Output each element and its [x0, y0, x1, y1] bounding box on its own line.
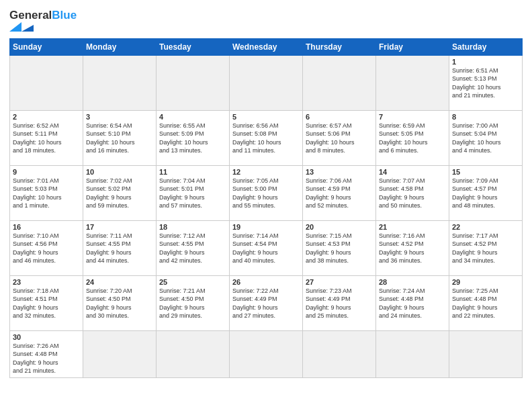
- day-number: 13: [306, 168, 373, 176]
- logo-icon: [9, 22, 35, 32]
- col-header-monday: Monday: [83, 38, 157, 55]
- cell-info: Sunrise: 7:12 AM Sunset: 4:55 PM Dayligh…: [159, 232, 226, 265]
- cell-info: Sunrise: 7:15 AM Sunset: 4:53 PM Dayligh…: [306, 232, 373, 265]
- day-number: 6: [306, 113, 373, 121]
- calendar-row-4: 23Sunrise: 7:18 AM Sunset: 4:51 PM Dayli…: [10, 275, 523, 330]
- calendar-row-0: 1Sunrise: 6:51 AM Sunset: 5:13 PM Daylig…: [10, 55, 523, 110]
- page: GeneralBlue SundayMondayTuesdayWednesday…: [0, 0, 532, 411]
- day-number: 30: [13, 333, 80, 341]
- calendar-cell-3-6: 22Sunrise: 7:17 AM Sunset: 4:52 PM Dayli…: [449, 220, 523, 275]
- cell-info: Sunrise: 6:59 AM Sunset: 5:05 PM Dayligh…: [379, 122, 446, 155]
- calendar-cell-3-1: 17Sunrise: 7:11 AM Sunset: 4:55 PM Dayli…: [83, 220, 157, 275]
- col-header-friday: Friday: [376, 38, 449, 55]
- cell-info: Sunrise: 7:24 AM Sunset: 4:48 PM Dayligh…: [379, 287, 446, 320]
- day-number: 28: [379, 278, 446, 286]
- day-number: 14: [379, 168, 446, 176]
- day-number: 25: [159, 278, 226, 286]
- day-number: 17: [86, 223, 153, 231]
- col-header-saturday: Saturday: [449, 38, 523, 55]
- day-number: 23: [13, 278, 80, 286]
- day-number: 19: [232, 223, 300, 231]
- calendar-cell-1-2: 4Sunrise: 6:55 AM Sunset: 5:09 PM Daylig…: [157, 110, 230, 165]
- calendar-cell-4-2: 25Sunrise: 7:21 AM Sunset: 4:50 PM Dayli…: [157, 275, 230, 330]
- day-number: 16: [13, 223, 80, 231]
- calendar-cell-2-4: 13Sunrise: 7:06 AM Sunset: 4:59 PM Dayli…: [303, 165, 376, 220]
- calendar-cell-0-6: 1Sunrise: 6:51 AM Sunset: 5:13 PM Daylig…: [449, 55, 523, 110]
- calendar-cell-3-5: 21Sunrise: 7:16 AM Sunset: 4:52 PM Dayli…: [376, 220, 449, 275]
- calendar-cell-1-0: 2Sunrise: 6:52 AM Sunset: 5:11 PM Daylig…: [10, 110, 83, 165]
- day-number: 29: [452, 278, 519, 286]
- cell-info: Sunrise: 7:01 AM Sunset: 5:03 PM Dayligh…: [13, 177, 80, 210]
- calendar-cell-3-3: 19Sunrise: 7:14 AM Sunset: 4:54 PM Dayli…: [230, 220, 303, 275]
- cell-info: Sunrise: 7:17 AM Sunset: 4:52 PM Dayligh…: [452, 232, 519, 265]
- calendar-cell-5-2: [157, 330, 230, 377]
- day-number: 8: [452, 113, 519, 121]
- day-number: 22: [452, 223, 519, 231]
- logo: GeneralBlue: [9, 9, 77, 34]
- calendar-cell-0-3: [230, 55, 303, 110]
- calendar-cell-2-5: 14Sunrise: 7:07 AM Sunset: 4:58 PM Dayli…: [376, 165, 449, 220]
- cell-info: Sunrise: 7:25 AM Sunset: 4:48 PM Dayligh…: [452, 287, 519, 320]
- calendar-cell-5-5: [376, 330, 449, 377]
- calendar-cell-0-0: [10, 55, 83, 110]
- day-number: 1: [452, 58, 519, 66]
- calendar-cell-1-1: 3Sunrise: 6:54 AM Sunset: 5:10 PM Daylig…: [83, 110, 157, 165]
- cell-info: Sunrise: 7:05 AM Sunset: 5:00 PM Dayligh…: [232, 177, 300, 210]
- calendar-cell-4-6: 29Sunrise: 7:25 AM Sunset: 4:48 PM Dayli…: [449, 275, 523, 330]
- col-header-thursday: Thursday: [303, 38, 376, 55]
- calendar-cell-3-0: 16Sunrise: 7:10 AM Sunset: 4:56 PM Dayli…: [10, 220, 83, 275]
- day-number: 7: [379, 113, 446, 121]
- cell-info: Sunrise: 6:55 AM Sunset: 5:09 PM Dayligh…: [159, 122, 226, 155]
- day-number: 2: [13, 113, 80, 121]
- calendar-header-row: SundayMondayTuesdayWednesdayThursdayFrid…: [10, 38, 523, 55]
- calendar-cell-2-2: 11Sunrise: 7:04 AM Sunset: 5:01 PM Dayli…: [157, 165, 230, 220]
- day-number: 11: [159, 168, 226, 176]
- calendar-cell-5-0: 30Sunrise: 7:26 AM Sunset: 4:48 PM Dayli…: [10, 330, 83, 377]
- col-header-sunday: Sunday: [10, 38, 83, 55]
- cell-info: Sunrise: 7:10 AM Sunset: 4:56 PM Dayligh…: [13, 232, 80, 265]
- day-number: 24: [86, 278, 153, 286]
- calendar-row-5: 30Sunrise: 7:26 AM Sunset: 4:48 PM Dayli…: [10, 330, 523, 377]
- cell-info: Sunrise: 7:18 AM Sunset: 4:51 PM Dayligh…: [13, 287, 80, 320]
- calendar-cell-2-1: 10Sunrise: 7:02 AM Sunset: 5:02 PM Dayli…: [83, 165, 157, 220]
- calendar-cell-2-3: 12Sunrise: 7:05 AM Sunset: 5:00 PM Dayli…: [230, 165, 303, 220]
- calendar-cell-1-3: 5Sunrise: 6:56 AM Sunset: 5:08 PM Daylig…: [230, 110, 303, 165]
- cell-info: Sunrise: 7:20 AM Sunset: 4:50 PM Dayligh…: [86, 287, 153, 320]
- logo-blue: Blue: [52, 9, 77, 21]
- calendar-row-1: 2Sunrise: 6:52 AM Sunset: 5:11 PM Daylig…: [10, 110, 523, 165]
- cell-info: Sunrise: 7:11 AM Sunset: 4:55 PM Dayligh…: [86, 232, 153, 265]
- day-number: 10: [86, 168, 153, 176]
- cell-info: Sunrise: 7:06 AM Sunset: 4:59 PM Dayligh…: [306, 177, 373, 210]
- calendar-cell-4-4: 27Sunrise: 7:23 AM Sunset: 4:49 PM Dayli…: [303, 275, 376, 330]
- col-header-tuesday: Tuesday: [157, 38, 230, 55]
- cell-info: Sunrise: 7:23 AM Sunset: 4:49 PM Dayligh…: [306, 287, 373, 320]
- day-number: 21: [379, 223, 446, 231]
- calendar-cell-5-3: [230, 330, 303, 377]
- calendar-cell-0-2: [157, 55, 230, 110]
- calendar-row-2: 9Sunrise: 7:01 AM Sunset: 5:03 PM Daylig…: [10, 165, 523, 220]
- calendar-cell-0-1: [83, 55, 157, 110]
- cell-info: Sunrise: 7:09 AM Sunset: 4:57 PM Dayligh…: [452, 177, 519, 210]
- day-number: 5: [232, 113, 300, 121]
- calendar-cell-1-5: 7Sunrise: 6:59 AM Sunset: 5:05 PM Daylig…: [376, 110, 449, 165]
- calendar-cell-5-1: [83, 330, 157, 377]
- calendar-table: SundayMondayTuesdayWednesdayThursdayFrid…: [9, 38, 523, 378]
- day-number: 18: [159, 223, 226, 231]
- cell-info: Sunrise: 6:56 AM Sunset: 5:08 PM Dayligh…: [232, 122, 300, 155]
- day-number: 27: [306, 278, 373, 286]
- cell-info: Sunrise: 7:02 AM Sunset: 5:02 PM Dayligh…: [86, 177, 153, 210]
- calendar-cell-4-3: 26Sunrise: 7:22 AM Sunset: 4:49 PM Dayli…: [230, 275, 303, 330]
- cell-info: Sunrise: 7:16 AM Sunset: 4:52 PM Dayligh…: [379, 232, 446, 265]
- svg-marker-0: [9, 22, 21, 32]
- cell-info: Sunrise: 7:07 AM Sunset: 4:58 PM Dayligh…: [379, 177, 446, 210]
- calendar-cell-5-6: [449, 330, 523, 377]
- calendar-cell-4-5: 28Sunrise: 7:24 AM Sunset: 4:48 PM Dayli…: [376, 275, 449, 330]
- cell-info: Sunrise: 7:21 AM Sunset: 4:50 PM Dayligh…: [159, 287, 226, 320]
- calendar-cell-2-0: 9Sunrise: 7:01 AM Sunset: 5:03 PM Daylig…: [10, 165, 83, 220]
- logo-general: GeneralBlue: [9, 9, 77, 22]
- cell-info: Sunrise: 7:00 AM Sunset: 5:04 PM Dayligh…: [452, 122, 519, 155]
- calendar-cell-4-0: 23Sunrise: 7:18 AM Sunset: 4:51 PM Dayli…: [10, 275, 83, 330]
- calendar-cell-5-4: [303, 330, 376, 377]
- day-number: 12: [232, 168, 300, 176]
- day-number: 20: [306, 223, 373, 231]
